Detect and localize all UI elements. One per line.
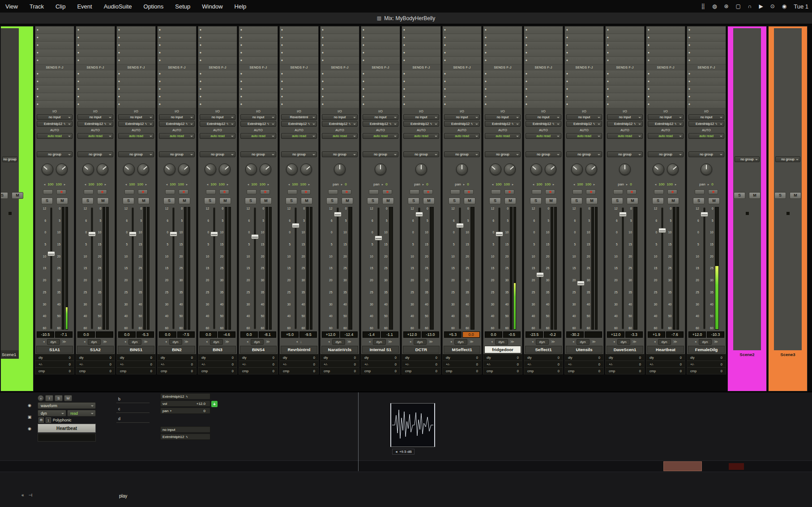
fader-thumb[interactable] [88, 232, 96, 236]
menu-audiosuite[interactable]: AudioSuite [104, 3, 132, 10]
track-s-button[interactable]: S [55, 395, 63, 401]
send-slot[interactable] [483, 34, 522, 42]
cmp-row[interactable]: cmp0 [483, 367, 522, 374]
input-selector[interactable]: no input [485, 114, 521, 120]
pan-knob-left[interactable] [164, 163, 175, 175]
send-slot[interactable] [321, 49, 359, 57]
automation-mode-button[interactable]: auto read [485, 133, 521, 139]
send-slot[interactable] [198, 101, 237, 108]
send-slot[interactable] [565, 78, 603, 86]
send-slot[interactable] [361, 49, 400, 57]
fader-thumb[interactable] [619, 212, 627, 217]
solo-button[interactable]: S [41, 198, 53, 204]
pan-knob-left[interactable] [286, 163, 298, 175]
peak-readout[interactable]: -9.5 [299, 331, 317, 338]
send-slot[interactable] [443, 70, 481, 78]
volume-readout[interactable]: 0.0 [200, 331, 217, 338]
track-name[interactable]: BIN2 [158, 346, 195, 353]
send-slot[interactable] [443, 34, 481, 42]
volume-readout[interactable]: -30.2 [566, 331, 584, 338]
send-slot[interactable] [483, 42, 522, 49]
input-monitor-button[interactable] [491, 189, 501, 194]
peak-readout[interactable]: -0.5 [503, 331, 521, 338]
track-view-selector[interactable]: waveform [38, 402, 96, 409]
volume-row[interactable]: vol +12.0 + [160, 400, 210, 407]
input-monitor-button[interactable] [410, 189, 419, 194]
peak-readout[interactable] [585, 331, 602, 338]
automation-mode-button[interactable]: auto read [607, 133, 643, 139]
send-slot[interactable] [76, 26, 115, 34]
output-selector[interactable]: ExtrnlHdp12ϟ [37, 121, 73, 127]
send-slot[interactable] [321, 70, 359, 78]
fader-thumb[interactable] [170, 232, 177, 236]
send-slot[interactable] [646, 57, 685, 64]
disc-icon[interactable]: ⊛ [724, 4, 728, 9]
input-selector[interactable]: no input [118, 114, 154, 120]
offset-row[interactable]: +/-0 [646, 361, 685, 367]
send-slot[interactable] [402, 101, 440, 108]
send-slot[interactable] [76, 42, 115, 49]
send-slot[interactable] [443, 86, 481, 93]
record-arm-button[interactable] [260, 189, 270, 194]
send-slot[interactable] [687, 42, 726, 49]
mute-button[interactable]: M [219, 198, 231, 204]
pan-values-stereo[interactable]: ◂ 100 100 ▸ [198, 181, 237, 188]
record-arm-button[interactable] [423, 189, 433, 194]
window-title-bar[interactable]: ▥ Mix: MyBodyHerBelly [0, 13, 812, 24]
solo-button[interactable]: S [204, 198, 216, 204]
input-selector[interactable]: no input [200, 114, 235, 120]
send-slot[interactable] [402, 93, 440, 101]
group-selector[interactable]: no group [2, 156, 17, 162]
group-selector[interactable]: no group [37, 151, 73, 157]
send-slot[interactable] [402, 26, 440, 34]
pan-row[interactable]: pan ▸ 0 [160, 408, 210, 414]
send-slot[interactable] [606, 70, 644, 78]
send-slot[interactable] [117, 93, 155, 101]
offset-row[interactable]: +/-0 [606, 361, 644, 367]
send-slot[interactable] [321, 93, 359, 101]
solo-button[interactable]: S [449, 198, 460, 204]
fader-thumb[interactable] [375, 236, 382, 241]
dly-row[interactable]: dly0 [321, 354, 359, 361]
dyn-plugin-button[interactable]: dyn [210, 339, 223, 345]
automation-mode-button[interactable]: auto read [200, 133, 235, 139]
offset-row[interactable]: +/-0 [280, 361, 318, 367]
send-slot[interactable] [565, 70, 603, 78]
fader-thumb[interactable] [415, 212, 423, 217]
volume-readout[interactable]: -10.5 [37, 331, 54, 338]
volume-readout[interactable]: +12.0 [688, 331, 706, 338]
send-slot[interactable] [280, 70, 318, 78]
track-name[interactable]: BINS4 [240, 346, 277, 353]
automation-mode-button[interactable]: auto read [403, 133, 439, 139]
volume-readout[interactable]: +5.3 [444, 331, 462, 338]
solo-button[interactable]: S [652, 198, 664, 204]
send-slot[interactable] [524, 49, 563, 57]
cmp-row[interactable]: cmp0 [280, 367, 318, 374]
send-slot[interactable] [321, 57, 359, 64]
menu-options[interactable]: Options [144, 3, 164, 10]
automation-mode-button[interactable]: auto read [363, 133, 398, 139]
group-selector[interactable]: no group [566, 151, 602, 157]
pan-knob-right[interactable] [56, 163, 68, 175]
peak-readout[interactable]: -12.4 [340, 331, 358, 338]
automation-mode-button[interactable]: auto read [444, 133, 480, 139]
send-slot[interactable] [198, 42, 237, 49]
send-slot[interactable] [361, 93, 400, 101]
send-slot[interactable] [280, 101, 318, 108]
pan-knob-right[interactable] [97, 163, 108, 175]
send-slot[interactable] [76, 70, 115, 78]
peak-readout[interactable] [96, 331, 113, 338]
input-monitor-button[interactable] [43, 189, 53, 194]
cmp-row[interactable]: cmp0 [76, 367, 115, 374]
mute-button[interactable]: M [12, 192, 23, 199]
record-arm-button[interactable] [97, 189, 107, 194]
output-selector[interactable]: ExtrnlHdp12ϟ [607, 121, 643, 127]
send-slot[interactable] [117, 34, 155, 42]
menu-track[interactable]: Track [30, 3, 44, 10]
send-slot[interactable] [402, 86, 440, 93]
dyn-plugin-button[interactable]: dyn [169, 339, 182, 345]
automation-mode-button[interactable]: auto read [281, 133, 317, 139]
pan-knob-right[interactable] [260, 163, 271, 175]
send-lane[interactable]: b [116, 393, 150, 403]
input-monitor-button[interactable] [654, 189, 664, 194]
